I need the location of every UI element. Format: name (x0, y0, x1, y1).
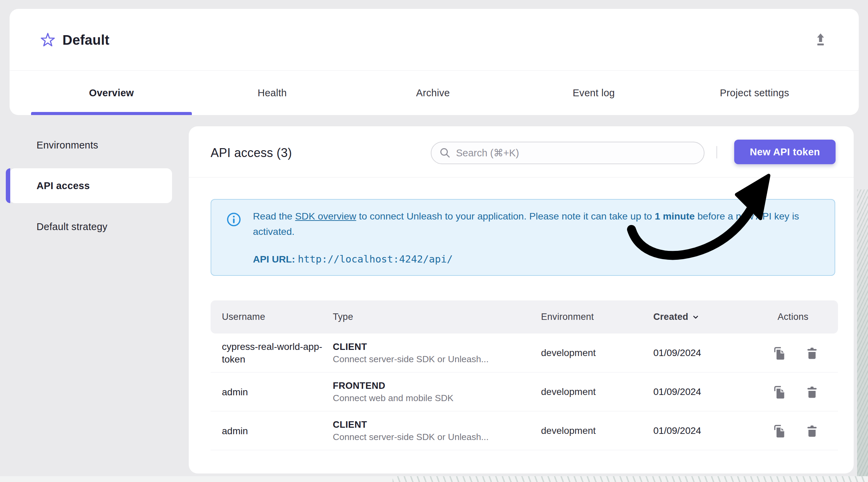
alert-text-bold: 1 minute (655, 211, 695, 222)
new-api-token-button[interactable]: New API token (734, 140, 836, 164)
table-row: cypress-real-world-app-token CLIENT Conn… (211, 334, 838, 372)
alert-text-prefix: Read the (253, 211, 295, 222)
delete-token-button[interactable] (804, 345, 820, 362)
token-created-date: 01/09/2024 (653, 411, 701, 450)
trash-icon (804, 423, 820, 439)
api-tokens-table: Username Type Environment Created Action… (211, 300, 838, 450)
api-url-value: http://localhost:4242/api/ (298, 253, 453, 265)
api-url-separator: : (292, 254, 298, 265)
tab-overview-label: Overview (89, 87, 134, 99)
sdk-overview-link[interactable]: SDK overview (295, 211, 356, 222)
column-header-created-label: Created (653, 300, 688, 334)
token-type: CLIENT (333, 341, 524, 353)
copy-pages-icon (771, 423, 786, 439)
info-icon (226, 212, 241, 227)
token-type: CLIENT (333, 419, 524, 431)
copy-token-button[interactable] (770, 345, 787, 362)
delete-token-button[interactable] (804, 384, 820, 401)
table-row: admin FRONTEND Connect web and mobile SD… (211, 372, 838, 411)
tab-project-settings[interactable]: Project settings (674, 71, 835, 115)
active-item-accent-bar (6, 168, 10, 203)
api-url-label: API URL (253, 254, 292, 265)
favorite-star-icon[interactable] (40, 32, 56, 48)
trash-icon (804, 384, 820, 400)
toolbar-divider (716, 146, 717, 158)
search-icon (439, 147, 451, 159)
column-header-environment: Environment (541, 300, 594, 334)
tab-event-log-label: Event log (573, 87, 615, 99)
table-row: admin CLIENT Connect server-side SDK or … (211, 411, 838, 450)
token-created-date: 01/09/2024 (653, 372, 701, 411)
token-type: FRONTEND (333, 380, 524, 392)
alert-text-middle: to connect Unleash to your application. … (356, 211, 655, 222)
copy-pages-icon (771, 345, 786, 361)
export-upload-icon[interactable] (812, 32, 829, 48)
project-title: Default (62, 32, 110, 48)
tab-archive-label: Archive (416, 87, 450, 99)
token-username: admin (222, 372, 326, 411)
sidebar-item-api-access[interactable]: API access (10, 168, 172, 203)
search-input[interactable] (456, 147, 697, 159)
token-type-cell: FRONTEND Connect web and mobile SDK (333, 372, 524, 411)
tab-health[interactable]: Health (192, 71, 353, 115)
token-created-date: 01/09/2024 (653, 334, 701, 372)
token-type-cell: CLIENT Connect server-side SDK or Unleas… (333, 334, 524, 372)
api-access-card: API access (3) New API token Read the SD… (189, 126, 854, 473)
project-header-card: Default Overview Health Archive Event lo… (10, 9, 859, 115)
copy-token-button[interactable] (770, 384, 787, 401)
chevron-down-icon (692, 313, 699, 321)
delete-token-button[interactable] (804, 423, 820, 440)
marble-background-bottom (0, 476, 868, 482)
column-header-created-sort[interactable]: Created (653, 300, 699, 334)
tab-overview[interactable]: Overview (31, 71, 192, 115)
sdk-info-alert: Read the SDK overview to connect Unleash… (211, 199, 835, 276)
column-header-actions: Actions (778, 300, 809, 334)
column-header-type: Type (333, 300, 353, 334)
alert-text: Read the SDK overview to connect Unleash… (253, 209, 802, 239)
token-environment: development (541, 334, 596, 372)
active-tab-underline (31, 112, 192, 115)
table-header-row: Username Type Environment Created Action… (211, 300, 838, 334)
sidebar-item-environments[interactable]: Environments (37, 137, 98, 153)
sidebar-item-default-strategy[interactable]: Default strategy (37, 218, 108, 235)
token-type-cell: CLIENT Connect server-side SDK or Unleas… (333, 411, 524, 450)
token-environment: development (541, 372, 596, 411)
token-type-description: Connect server-side SDK or Unleash... (333, 353, 524, 365)
token-type-description: Connect server-side SDK or Unleash... (333, 431, 524, 443)
tab-project-settings-label: Project settings (720, 87, 789, 99)
sidebar-item-api-access-label: API access (37, 180, 90, 192)
copy-pages-icon (771, 384, 786, 400)
tab-archive[interactable]: Archive (353, 71, 513, 115)
token-username: admin (222, 411, 326, 450)
column-header-username: Username (222, 300, 265, 334)
search-field (431, 142, 705, 164)
token-type-description: Connect web and mobile SDK (333, 392, 524, 404)
api-token-rows: cypress-real-world-app-token CLIENT Conn… (211, 334, 838, 450)
api-access-title: API access (3) (211, 146, 292, 160)
token-username: cypress-real-world-app-token (222, 334, 326, 372)
tab-health-label: Health (258, 87, 287, 99)
marble-background-right (857, 189, 868, 482)
api-url-line: API URL: http://localhost:4242/api/ (253, 252, 453, 267)
copy-token-button[interactable] (770, 423, 787, 440)
token-environment: development (541, 411, 596, 450)
project-tabs: Overview Health Archive Event log Projec… (31, 71, 835, 115)
tab-event-log[interactable]: Event log (513, 71, 674, 115)
api-access-toolbar: API access (3) New API token (189, 126, 854, 178)
trash-icon (804, 345, 820, 361)
project-title-row: Default (10, 9, 859, 71)
